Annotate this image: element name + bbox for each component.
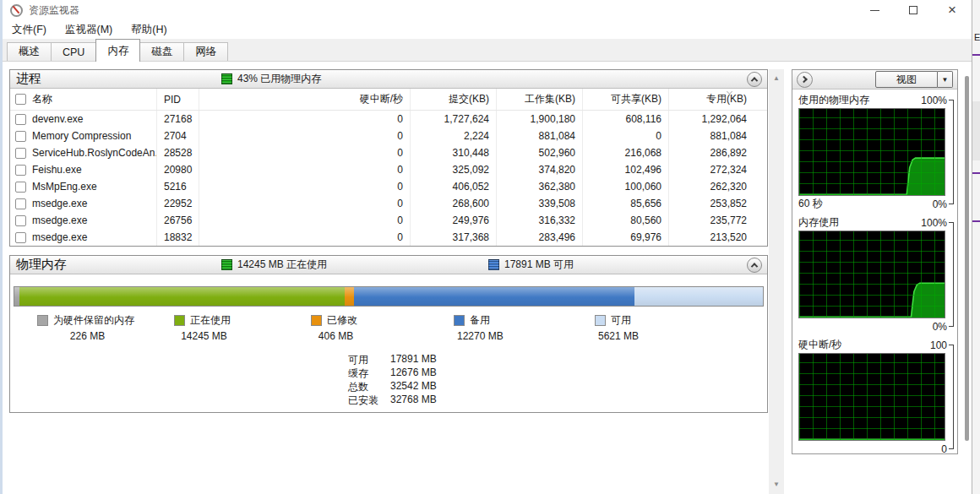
vertical-scrollbar[interactable]: ▲ ▼ bbox=[769, 69, 784, 494]
graph-header: 硬中断/秒 100 bbox=[792, 337, 957, 353]
window-title: 资源监视器 bbox=[29, 3, 79, 18]
column-header-hard-faults-label: 硬中断/秒 bbox=[360, 92, 403, 106]
graph-used-physical-memory: 使用的物理内存 100% 60 秒 0% bbox=[792, 92, 957, 212]
cell-pid: 2704 bbox=[157, 128, 199, 144]
legend-free: 可用 5621 MB bbox=[595, 313, 639, 342]
view-dropdown-button[interactable]: ▼ bbox=[938, 71, 953, 88]
graph-plot-area bbox=[798, 353, 945, 441]
graph-title: 内存使用 bbox=[798, 215, 839, 230]
bar-segment-standby bbox=[354, 287, 634, 306]
maximize-button[interactable] bbox=[894, 0, 933, 20]
graph-min-label: 0% bbox=[933, 198, 947, 210]
column-header-private[interactable]: 专用(KB) bbox=[669, 89, 754, 110]
cell-working-set: 881,084 bbox=[497, 128, 583, 144]
table-row[interactable]: MsMpEng.exe 5216 0 406,052 362,380 100,0… bbox=[10, 178, 767, 195]
graph-min-label: 0 bbox=[941, 443, 947, 455]
graph-header: 内存使用 100% bbox=[792, 214, 957, 231]
graph-max-label: 100% bbox=[921, 217, 947, 229]
memory-available-text: 17891 MB 可用 bbox=[504, 258, 574, 272]
column-header-commit[interactable]: 提交(KB) bbox=[411, 89, 497, 110]
menu-bar: 文件(F) 监视器(M) 帮助(H) bbox=[3, 20, 972, 39]
cell-pid: 18832 bbox=[157, 229, 199, 246]
maximize-icon bbox=[909, 6, 917, 14]
menu-file[interactable]: 文件(F) bbox=[12, 23, 46, 37]
column-header-hard-faults[interactable]: 硬中断/秒 bbox=[199, 89, 411, 110]
cell-hard-faults: 0 bbox=[199, 161, 411, 178]
column-header-working-set[interactable]: 工作集(KB) bbox=[497, 89, 583, 110]
cell-commit: 317,368 bbox=[411, 229, 497, 246]
row-checkbox[interactable] bbox=[15, 148, 26, 159]
graph-grid bbox=[799, 354, 945, 440]
row-checkbox[interactable] bbox=[15, 232, 26, 243]
table-row[interactable]: Feishu.exe 20980 0 325,092 374,820 102,4… bbox=[10, 161, 767, 178]
table-row[interactable]: msedge.exe 22952 0 268,600 339,508 85,65… bbox=[10, 195, 767, 212]
menu-monitor[interactable]: 监视器(M) bbox=[65, 23, 112, 37]
memory-available-status: 17891 MB 可用 bbox=[488, 256, 574, 274]
cell-pid: 20980 bbox=[157, 161, 199, 178]
row-checkbox[interactable] bbox=[15, 165, 26, 176]
cell-name: Feishu.exe bbox=[10, 161, 157, 178]
cell-shareable: 80,560 bbox=[583, 212, 669, 229]
table-row[interactable]: ServiceHub.RoslynCodeAn... 28528 0 310,4… bbox=[10, 144, 767, 161]
graph-title: 使用的物理内存 bbox=[798, 93, 869, 107]
graph-timespan-label: 60 秒 bbox=[798, 197, 823, 211]
memory-collapse-button[interactable] bbox=[747, 258, 762, 273]
cell-commit: 406,052 bbox=[411, 178, 497, 195]
menu-help[interactable]: 帮助(H) bbox=[131, 23, 166, 37]
row-checkbox[interactable] bbox=[15, 131, 26, 142]
screen: 资源监视器 × 文件(F) 监视器(M) 帮助(H) 概述 CPU 内存 磁盘 … bbox=[0, 0, 980, 494]
tab-disk[interactable]: 磁盘 bbox=[139, 42, 184, 61]
detail-cached: 缓存12676 MB bbox=[348, 366, 767, 380]
graph-footer: 0 bbox=[792, 441, 957, 457]
cell-name: MsMpEng.exe bbox=[10, 178, 157, 195]
cell-hard-faults: 0 bbox=[199, 229, 411, 246]
scroll-up-icon: ▲ bbox=[773, 74, 780, 82]
scroll-down-icon: ▼ bbox=[773, 480, 780, 488]
scroll-up-button[interactable]: ▲ bbox=[769, 71, 784, 84]
table-row[interactable]: msedge.exe 26756 0 249,976 316,332 80,56… bbox=[10, 212, 767, 229]
expand-pane-button[interactable] bbox=[797, 72, 813, 88]
minimize-button[interactable] bbox=[855, 0, 894, 20]
column-header-pid-label: PID bbox=[164, 94, 181, 106]
tab-memory[interactable]: 内存 bbox=[95, 39, 140, 62]
row-checkbox[interactable] bbox=[15, 114, 26, 125]
column-header-shareable[interactable]: 可共享(KB) bbox=[583, 89, 669, 110]
physical-memory-panel: 物理内存 14245 MB 正在使用 17891 MB 可用 bbox=[9, 255, 768, 413]
column-header-name[interactable]: 名称 bbox=[10, 89, 157, 110]
cell-pid: 22952 bbox=[157, 195, 199, 212]
table-row[interactable]: msedge.exe 18832 0 317,368 283,496 69,97… bbox=[10, 229, 767, 246]
process-table-body: devenv.exe 27168 0 1,727,624 1,900,180 6… bbox=[10, 111, 767, 246]
graph-grid bbox=[799, 109, 945, 195]
row-checkbox[interactable] bbox=[15, 215, 26, 226]
graph-footer: 60 秒 0% bbox=[792, 196, 957, 212]
graph-footer: 0% bbox=[792, 318, 957, 334]
cell-private: 272,324 bbox=[669, 161, 754, 178]
row-checkbox[interactable] bbox=[15, 182, 26, 193]
detail-total: 总数32542 MB bbox=[348, 380, 767, 394]
bar-segment-free bbox=[634, 287, 763, 306]
view-button-label[interactable]: 视图 bbox=[875, 71, 938, 88]
table-row[interactable]: devenv.exe 27168 0 1,727,624 1,900,180 6… bbox=[10, 111, 767, 128]
in-use-led-icon bbox=[221, 259, 232, 270]
tab-network[interactable]: 网络 bbox=[183, 42, 228, 61]
select-all-checkbox[interactable] bbox=[15, 94, 26, 105]
background-window-right-edge: E bbox=[972, 0, 980, 494]
resource-monitor-window: 资源监视器 × 文件(F) 监视器(M) 帮助(H) 概述 CPU 内存 磁盘 … bbox=[3, 0, 972, 494]
process-collapse-button[interactable] bbox=[747, 72, 762, 87]
physical-memory-title: 物理内存 bbox=[16, 257, 67, 273]
detail-installed: 已安装32768 MB bbox=[348, 394, 767, 407]
cell-shareable: 0 bbox=[583, 128, 669, 144]
cell-pid: 27168 bbox=[157, 111, 199, 128]
left-column: 进程 43% 已用物理内存 名称 bbox=[9, 69, 768, 413]
right-scrollbar-thumb[interactable] bbox=[965, 76, 969, 441]
tab-overview[interactable]: 概述 bbox=[7, 42, 52, 61]
scroll-down-button[interactable]: ▼ bbox=[769, 477, 784, 491]
tab-cpu[interactable]: CPU bbox=[51, 42, 96, 61]
cell-working-set: 283,496 bbox=[497, 229, 583, 246]
row-checkbox[interactable] bbox=[15, 198, 26, 209]
table-row[interactable]: Memory Compression 2704 0 2,224 881,084 … bbox=[10, 128, 767, 144]
cell-hard-faults: 0 bbox=[199, 212, 411, 229]
close-button[interactable]: × bbox=[933, 0, 972, 20]
column-header-pid[interactable]: PID bbox=[157, 89, 199, 110]
process-panel-status-text: 43% 已用物理内存 bbox=[237, 72, 321, 86]
